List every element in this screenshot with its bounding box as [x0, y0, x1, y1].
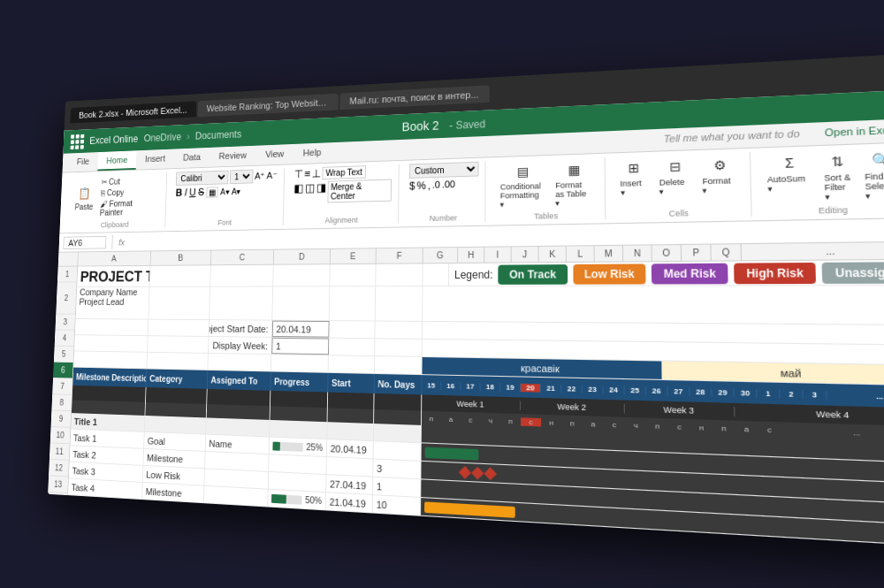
- align-left-button[interactable]: ◧: [293, 182, 303, 204]
- cell-f13[interactable]: 1: [373, 477, 421, 497]
- cell-f6[interactable]: [375, 356, 423, 374]
- cell-b14[interactable]: Milestone: [142, 483, 204, 502]
- legend-unassigned[interactable]: Unassigned: [822, 262, 884, 284]
- cell-f4[interactable]: [375, 321, 423, 338]
- cell-e8[interactable]: [328, 393, 375, 409]
- fill-color-button[interactable]: A▾: [220, 187, 229, 195]
- font-size-select[interactable]: 10: [230, 170, 254, 185]
- underline-button[interactable]: U: [189, 187, 196, 198]
- format-as-table-button[interactable]: ▦ Formatas Table ▾: [552, 157, 597, 210]
- cell-b2[interactable]: [149, 287, 210, 321]
- wrap-text-button[interactable]: Wrap Text: [323, 165, 366, 179]
- tab-insert[interactable]: Insert: [136, 149, 175, 170]
- align-bottom-button[interactable]: ⊥: [312, 167, 321, 179]
- cell-e14[interactable]: 21.04.19: [326, 493, 373, 512]
- align-middle-button[interactable]: ≡: [304, 167, 310, 179]
- cell-d11[interactable]: 25%: [270, 438, 328, 457]
- format-painter-button[interactable]: 🖌 Format Painter: [96, 197, 159, 218]
- breadcrumb-onedrive[interactable]: OneDrive: [143, 131, 181, 143]
- font-size-increase[interactable]: A⁺: [255, 171, 265, 181]
- cell-d8[interactable]: [271, 391, 328, 409]
- merge-center-button[interactable]: Merge & Center: [327, 179, 392, 202]
- row-num-8[interactable]: 8: [51, 394, 72, 411]
- cell-e13[interactable]: 27.04.19: [326, 475, 373, 494]
- row-num-3[interactable]: 3: [55, 314, 75, 330]
- col-header-g[interactable]: G: [423, 248, 459, 263]
- row-num-5[interactable]: 5: [54, 347, 74, 363]
- cell-e11[interactable]: 20.04.19: [327, 439, 374, 458]
- cell-e5[interactable]: [329, 339, 375, 355]
- row-num-4[interactable]: 4: [55, 330, 75, 346]
- cell-a2[interactable]: Company Name Project Lead: [76, 287, 150, 320]
- align-top-button[interactable]: ⊤: [293, 168, 302, 180]
- cell-e10[interactable]: [327, 422, 374, 440]
- row-num-10[interactable]: 10: [50, 427, 71, 444]
- row-num-6[interactable]: 6: [53, 363, 73, 379]
- cell-c11[interactable]: Name: [206, 435, 270, 454]
- comma-button[interactable]: ,: [428, 179, 431, 192]
- cell-b5[interactable]: [148, 336, 209, 353]
- strikethrough-button[interactable]: S: [198, 187, 204, 198]
- col-header-k[interactable]: K: [539, 247, 567, 263]
- insert-cells-button[interactable]: ⊞ Insert ▾: [616, 156, 652, 199]
- cell-c2[interactable]: [210, 286, 273, 320]
- percent-button[interactable]: %: [416, 179, 425, 192]
- cell-title1[interactable]: Title 1: [71, 413, 145, 431]
- cell-d2[interactable]: [272, 286, 330, 321]
- cell-e9[interactable]: [328, 408, 375, 424]
- cell-a6[interactable]: [73, 351, 148, 368]
- align-right-button[interactable]: ◨: [316, 181, 325, 203]
- cell-c8[interactable]: [207, 389, 271, 406]
- cell-d10[interactable]: [270, 420, 327, 439]
- tab-view[interactable]: View: [255, 144, 293, 165]
- col-header-o[interactable]: O: [652, 245, 682, 261]
- cell-f10[interactable]: [374, 424, 422, 442]
- col-header-m[interactable]: M: [595, 246, 623, 262]
- cell-f12[interactable]: 3: [373, 459, 421, 478]
- italic-button[interactable]: I: [185, 187, 187, 198]
- conditional-formatting-button[interactable]: ▤ ConditionalFormatting ▾: [497, 159, 549, 211]
- cell-b6[interactable]: [147, 353, 209, 370]
- align-center-button[interactable]: ◫: [304, 181, 314, 203]
- browser-tab-excel[interactable]: Book 2.xlsx - Microsoft Excel...: [70, 101, 196, 123]
- waffle-icon[interactable]: [71, 134, 85, 149]
- tab-home[interactable]: Home: [97, 150, 136, 171]
- border-button[interactable]: ▦: [206, 187, 217, 197]
- cell-e12[interactable]: [326, 457, 373, 477]
- cell-a14[interactable]: Task 4: [68, 478, 143, 499]
- autosum-button[interactable]: Σ AutoSum ▾: [763, 149, 818, 205]
- cell-e1[interactable]: [330, 264, 376, 287]
- cell-f8[interactable]: [374, 393, 422, 411]
- cell-a1[interactable]: PROJECT TITLE: [77, 266, 150, 287]
- cell-b8[interactable]: [146, 387, 208, 404]
- col-header-l[interactable]: L: [567, 246, 595, 262]
- col-header-p[interactable]: P: [682, 245, 712, 261]
- col-header-n[interactable]: N: [623, 245, 652, 261]
- col-header-d[interactable]: D: [274, 249, 331, 264]
- legend-on-track[interactable]: On Track: [499, 264, 568, 285]
- cell-b13[interactable]: Low Risk: [143, 466, 205, 485]
- row-num-1[interactable]: 1: [57, 266, 77, 282]
- col-header-q[interactable]: Q: [712, 244, 743, 260]
- cell-d6[interactable]: [271, 355, 329, 372]
- cell-b10[interactable]: [145, 416, 207, 434]
- cell-c10[interactable]: [206, 417, 270, 436]
- tab-review[interactable]: Review: [210, 146, 256, 167]
- row-num-2[interactable]: 2: [56, 282, 76, 314]
- col-header-b[interactable]: B: [150, 250, 211, 264]
- col-header-j[interactable]: J: [512, 247, 539, 263]
- formula-input[interactable]: [131, 230, 884, 241]
- col-header-a[interactable]: A: [78, 251, 151, 265]
- col-header-i[interactable]: I: [484, 247, 512, 262]
- open-in-excel-button[interactable]: Open in Excel: [812, 118, 884, 145]
- cell-b4[interactable]: [149, 320, 210, 336]
- cell-c13[interactable]: [204, 469, 269, 488]
- col-header-h[interactable]: H: [458, 248, 484, 263]
- cell-a5[interactable]: [74, 335, 149, 352]
- cell-c14[interactable]: [204, 486, 269, 507]
- format-cells-button[interactable]: ⚙ Format ▾: [697, 152, 742, 197]
- cell-e6[interactable]: [329, 355, 376, 373]
- cell-a4[interactable]: [75, 319, 149, 335]
- cell-f1[interactable]: [376, 263, 423, 286]
- cell-f5[interactable]: [375, 339, 423, 356]
